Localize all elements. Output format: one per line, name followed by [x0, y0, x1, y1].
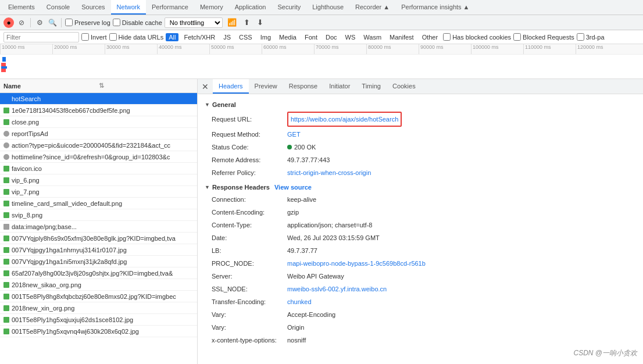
list-item[interactable]: svip_8.png	[0, 209, 197, 221]
upload-icon[interactable]: ⬆	[241, 17, 252, 27]
list-item[interactable]: close.png	[0, 116, 197, 128]
tab-preview[interactable]: Preview	[249, 79, 283, 94]
blocked-cookies-checkbox[interactable]: Has blocked cookies	[443, 33, 511, 41]
sort-icon[interactable]: ⇅	[99, 82, 194, 90]
tab-performance[interactable]: Performance	[146, 0, 194, 15]
tab-timing[interactable]: Timing	[356, 79, 387, 94]
tab-headers[interactable]: Headers	[213, 79, 249, 94]
list-item[interactable]: data:image/png;base...	[0, 221, 197, 233]
list-item[interactable]: 001T5e8Ply8hg8xfqbcbzj60e80e8mxs02.jpg?K…	[0, 291, 197, 302]
item-name: svip_8.png	[12, 212, 194, 219]
item-icon	[3, 282, 9, 288]
list-item[interactable]: reportTipsAd	[0, 128, 197, 140]
list-item[interactable]: action?type=pic&uicode=20000405&fid=2321…	[0, 140, 197, 151]
response-header-row: Server:Weibo API Gateway	[205, 270, 636, 283]
list-item[interactable]: hottimeline?since_id=0&refresh=0&group_i…	[0, 151, 197, 163]
list-item[interactable]: vip_7.png	[0, 186, 197, 198]
search-button[interactable]: 🔍	[47, 17, 58, 28]
list-item[interactable]: 2018new_sikao_org.png	[0, 279, 197, 291]
filter-font[interactable]: Font	[302, 33, 320, 41]
tab-cookies[interactable]: Cookies	[387, 79, 421, 94]
list-item[interactable]: 007VYqjpgy1hga1nhrnyuj314i1r0107.jpg	[0, 244, 197, 256]
response-header-key: SSL_NODE:	[212, 284, 287, 294]
list-item[interactable]: 65af207aly8hg00lz3jv8j20sg0shjtx.jpg?KID…	[0, 267, 197, 279]
timeline-ruler: 10000 ms 20000 ms 30000 ms 40000 ms 5000…	[0, 44, 643, 55]
tab-lighthouse[interactable]: Lighthouse	[306, 0, 349, 15]
blocked-requests-input[interactable]	[513, 33, 521, 41]
list-item[interactable]: 2018new_xin_org.png	[0, 302, 197, 314]
item-name: 001T5e8Ply8hg8xfqbcbzj60e80e8mxs02.jpg?K…	[12, 293, 194, 300]
list-item[interactable]: favicon.ico	[0, 163, 197, 174]
tab-elements[interactable]: Elements	[2, 0, 41, 15]
view-source-link[interactable]: View source	[274, 184, 312, 191]
filter-all[interactable]: All	[166, 33, 178, 41]
filter-wasm[interactable]: Wasm	[360, 33, 384, 41]
tab-network[interactable]: Network	[111, 0, 146, 15]
invert-input[interactable]	[81, 33, 89, 41]
list-item[interactable]: 001T5e8Ply1hg5xqvnq4wj630k208x6q02.jpg	[0, 326, 197, 337]
disable-cache-checkbox[interactable]: Disable cache	[113, 19, 162, 26]
response-header-value: gzip	[287, 207, 299, 217]
timeline-stripe-blue	[2, 57, 6, 62]
response-header-key: Vary:	[212, 309, 287, 320]
filter-js[interactable]: JS	[220, 33, 234, 41]
item-icon	[3, 96, 9, 102]
list-item[interactable]: 007VYqjply8h6s9x05xfmj30e80e8glk.jpg?KID…	[0, 233, 197, 244]
tab-sources[interactable]: Sources	[76, 0, 110, 15]
tick-9: 100000 ms	[471, 44, 523, 54]
filter-fetch-xhr[interactable]: Fetch/XHR	[181, 33, 218, 41]
filter-icon[interactable]: ⚙	[34, 17, 45, 28]
list-item[interactable]: 007VYqjpgy1hga1ni5mxnj31jk2a8qfd.jpg	[0, 256, 197, 267]
wifi-icon[interactable]: 📶	[225, 17, 239, 27]
filter-doc[interactable]: Doc	[323, 33, 340, 41]
response-headers-section-title[interactable]: Response Headers View source	[205, 181, 636, 193]
blocked-requests-label: Blocked Requests	[523, 34, 574, 41]
tab-console[interactable]: Console	[41, 0, 76, 15]
filter-other[interactable]: Other	[419, 33, 441, 41]
response-header-row: Content-Type:application/json; charset=u…	[205, 219, 636, 231]
item-name: close.png	[12, 119, 194, 126]
referrer-policy-value: strict-origin-when-cross-origin	[287, 167, 371, 178]
filter-manifest[interactable]: Manifest	[387, 33, 417, 41]
invert-checkbox[interactable]: Invert	[81, 33, 107, 41]
clear-button[interactable]: ⊘	[16, 17, 27, 28]
throttle-select[interactable]: No throttling	[165, 17, 223, 28]
list-item[interactable]: timeline_card_small_video_default.png	[0, 198, 197, 209]
response-header-row: Connection:keep-alive	[205, 193, 636, 206]
download-icon[interactable]: ⬇	[255, 17, 266, 27]
invert-label: Invert	[91, 34, 107, 41]
tab-response[interactable]: Response	[283, 79, 324, 94]
tab-memory[interactable]: Memory	[194, 0, 229, 15]
list-item[interactable]: 1e0e718f1340453f8ceb667cbd9ef5fe.png	[0, 105, 197, 116]
tab-initiator[interactable]: Initiator	[323, 79, 356, 94]
hide-data-urls-input[interactable]	[109, 33, 117, 41]
filter-img[interactable]: Img	[258, 33, 274, 41]
filter-css[interactable]: CSS	[236, 33, 255, 41]
filter-input[interactable]	[3, 32, 79, 42]
list-item[interactable]: vip_6.png	[0, 174, 197, 186]
separator-1	[30, 18, 31, 27]
tab-perf-insights[interactable]: Performance insights ▲	[395, 0, 475, 15]
stop-recording-button[interactable]: ●	[3, 17, 14, 28]
general-section-title[interactable]: General	[205, 99, 636, 110]
filter-ws[interactable]: WS	[342, 33, 359, 41]
close-detail-button[interactable]: ✕	[200, 81, 210, 92]
preserve-log-checkbox[interactable]: Preserve log	[65, 19, 110, 26]
list-item[interactable]: 001T5e8Ply1hg5xqjuxjuj62ds1sce8102.jpg	[0, 314, 197, 326]
third-party-checkbox[interactable]: 3rd-pa	[577, 33, 605, 41]
item-name: 007VYqjply8h6s9x05xfmj30e80e8glk.jpg?KID…	[12, 235, 194, 242]
blocked-cookies-input[interactable]	[443, 33, 451, 41]
tab-application[interactable]: Application	[229, 0, 272, 15]
hide-data-urls-checkbox[interactable]: Hide data URLs	[109, 33, 164, 41]
third-party-input[interactable]	[577, 33, 584, 41]
filter-media[interactable]: Media	[276, 33, 299, 41]
tab-security[interactable]: Security	[272, 0, 306, 15]
list-header: Name ⇅	[0, 79, 197, 93]
item-icon	[3, 212, 9, 218]
blocked-requests-checkbox[interactable]: Blocked Requests	[513, 33, 574, 41]
tab-recorder[interactable]: Recorder ▲	[349, 0, 395, 15]
response-header-key: x-content-type-options:	[212, 335, 287, 345]
preserve-log-input[interactable]	[65, 19, 73, 26]
disable-cache-input[interactable]	[113, 19, 120, 26]
list-item[interactable]: hotSearch	[0, 93, 197, 105]
